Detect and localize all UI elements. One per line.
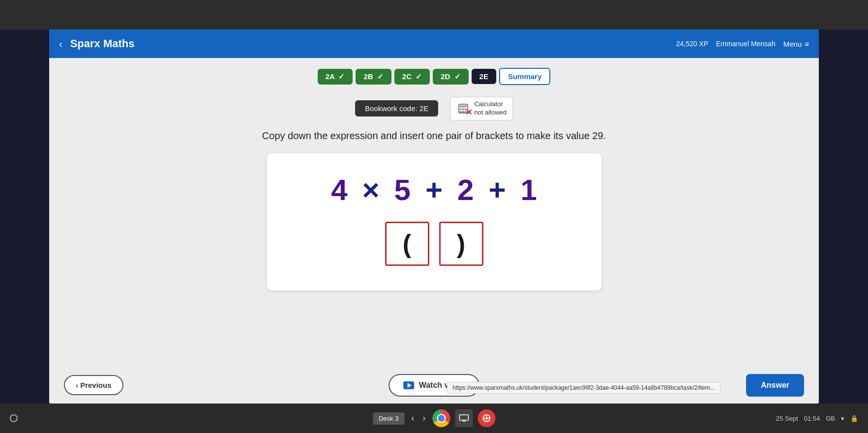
date-display: 25 Sept xyxy=(776,415,798,422)
video-icon xyxy=(403,381,414,389)
check-icon: ✓ xyxy=(454,72,461,81)
tab-2C[interactable]: 2C ✓ xyxy=(394,69,430,85)
expr-5: 5 xyxy=(394,173,411,207)
menu-button[interactable]: Menu ≡ xyxy=(783,40,809,48)
user-name: Emmanuel Mensah xyxy=(716,40,776,48)
check-icon: ✓ xyxy=(416,72,422,81)
battery-display: GB xyxy=(826,415,835,422)
svg-rect-2 xyxy=(460,109,462,110)
hamburger-icon: ≡ xyxy=(805,40,809,48)
svg-rect-3 xyxy=(462,109,464,110)
tab-2A[interactable]: 2A ✓ xyxy=(318,69,353,85)
browser-chrome xyxy=(0,0,868,29)
main-content: 2A ✓ 2B ✓ 2C ✓ 2D ✓ 2E Summary xyxy=(49,58,819,404)
header-right: 24,520 XP Emmanuel Mensah Menu ≡ xyxy=(676,40,809,48)
time-display: 01:54 xyxy=(804,415,820,422)
tab-2E[interactable]: 2E xyxy=(472,69,496,84)
back-button[interactable]: ‹ xyxy=(59,38,62,50)
taskbar-center: Desk 3 ‹ › xyxy=(373,409,495,427)
brackets-row: ( ) xyxy=(385,222,483,266)
open-bracket-box[interactable]: ( xyxy=(385,222,429,266)
calculator-icon: ✕ xyxy=(456,102,470,115)
expr-times: × xyxy=(362,173,380,207)
lock-icon: 🔒 xyxy=(850,415,858,422)
check-icon: ✓ xyxy=(338,72,345,81)
taskbar-right: 25 Sept 01:54 GB ▾ 🔒 xyxy=(776,415,858,422)
bottom-bar: ‹ Previous Watch video https://www.sparx… xyxy=(49,367,819,404)
app-header: ‹ Sparx Maths 24,520 XP Emmanuel Mensah … xyxy=(49,29,819,58)
question-text: Copy down the expression and insert one … xyxy=(262,130,606,142)
expr-1: 1 xyxy=(520,173,537,207)
svg-rect-1 xyxy=(460,105,467,108)
xp-display: 24,520 XP xyxy=(676,40,708,48)
calculator-text: Calculator not allowed xyxy=(474,100,507,117)
app-icon[interactable] xyxy=(478,409,495,427)
tab-2D[interactable]: 2D ✓ xyxy=(433,69,468,85)
answer-button[interactable]: Answer xyxy=(746,374,804,397)
expression-box: 4 × 5 + 2 + 1 ( ) xyxy=(267,153,601,290)
wifi-icon: ▾ xyxy=(841,415,844,422)
nav-forward-arrow[interactable]: › xyxy=(421,414,427,423)
bookwork-code: Bookwork code: 2E xyxy=(355,100,438,116)
no-calc-x: ✕ xyxy=(466,109,472,116)
screen-icon[interactable] xyxy=(455,409,473,427)
check-icon: ✓ xyxy=(377,72,384,81)
expression-row: 4 × 5 + 2 + 1 xyxy=(331,173,537,207)
nav-back-arrow[interactable]: ‹ xyxy=(409,414,416,423)
tab-2B[interactable]: 2B ✓ xyxy=(356,69,391,85)
close-bracket-box[interactable]: ) xyxy=(439,222,483,266)
tab-summary[interactable]: Summary xyxy=(499,68,550,85)
app-title: Sparx Maths xyxy=(70,37,676,50)
taskbar: Desk 3 ‹ › 25 Sept 01:54 GB ▾ 🔒 xyxy=(0,404,868,433)
svg-rect-5 xyxy=(460,111,462,113)
previous-button[interactable]: ‹ Previous xyxy=(64,375,123,395)
taskbar-circle xyxy=(10,414,18,422)
desk-button[interactable]: Desk 3 xyxy=(373,412,404,425)
svg-rect-6 xyxy=(462,111,464,113)
menu-label: Menu xyxy=(783,40,802,48)
chrome-icon[interactable] xyxy=(432,409,450,427)
expr-plus1: + xyxy=(425,173,443,207)
info-row: Bookwork code: 2E ✕ xyxy=(355,97,513,120)
app-container: ‹ Sparx Maths 24,520 XP Emmanuel Mensah … xyxy=(49,29,819,404)
url-tooltip: https://www.sparxmaths.uk/student/packag… xyxy=(447,382,720,394)
expr-2: 2 xyxy=(457,173,474,207)
tab-bar: 2A ✓ 2B ✓ 2C ✓ 2D ✓ 2E Summary xyxy=(318,68,551,85)
calculator-badge: ✕ Calculator not allowed xyxy=(450,97,513,120)
svg-rect-8 xyxy=(459,415,468,420)
expr-4: 4 xyxy=(331,173,347,207)
expr-plus2: + xyxy=(488,173,506,207)
